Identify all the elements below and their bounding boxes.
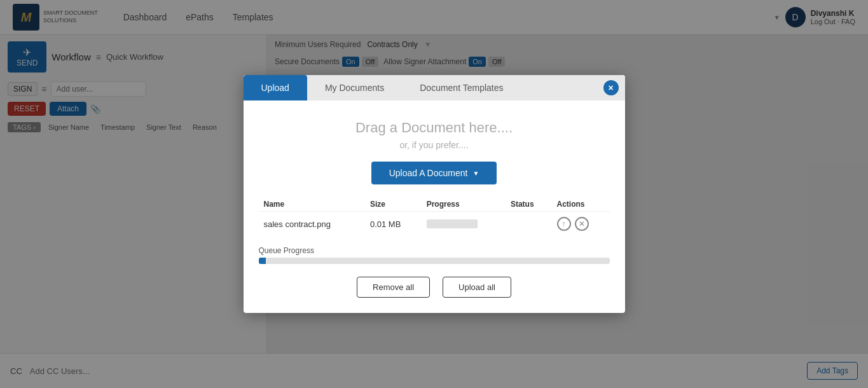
upload-modal: Upload My Documents Document Templates ×… (244, 75, 625, 313)
col-name: Name (259, 197, 365, 212)
col-progress: Progress (422, 197, 506, 212)
upload-btn-wrap: Upload A Document ▼ (259, 162, 610, 184)
modal-close-button[interactable]: × (603, 80, 619, 95)
drag-title: Drag a Document here.... (259, 120, 610, 136)
upload-doc-label: Upload A Document (389, 168, 468, 178)
file-table: Name Size Progress Status Actions sales … (259, 197, 610, 236)
remove-all-button[interactable]: Remove all (357, 277, 430, 298)
modal-footer: Remove all Upload all (259, 274, 610, 298)
action-icons: ↑ ✕ (557, 217, 605, 231)
queue-progress-fill (259, 258, 266, 264)
file-cancel-icon[interactable]: ✕ (575, 217, 589, 231)
upload-dropdown-arrow-icon: ▼ (472, 170, 479, 177)
modal-body: Drag a Document here.... or, if you pref… (244, 100, 625, 313)
upload-all-button[interactable]: Upload all (443, 277, 511, 298)
upload-doc-button[interactable]: Upload A Document ▼ (371, 162, 497, 184)
col-size: Size (365, 197, 422, 212)
file-size: 0.01 MB (365, 212, 422, 237)
queue-progress-bar (259, 258, 610, 264)
file-progress (422, 212, 506, 237)
queue-section: Queue Progress (259, 246, 610, 264)
file-status (506, 212, 552, 237)
tab-upload[interactable]: Upload (244, 75, 307, 100)
tab-document-templates[interactable]: Document Templates (402, 75, 521, 100)
drag-or: or, if you prefer.... (259, 140, 610, 150)
col-actions: Actions (552, 197, 610, 212)
queue-label: Queue Progress (259, 246, 610, 255)
modal-tabs: Upload My Documents Document Templates × (244, 75, 625, 100)
progress-bar-wrap (427, 219, 478, 228)
file-name: sales contract.png (259, 212, 365, 237)
table-row: sales contract.png 0.01 MB ↑ ✕ (259, 212, 610, 237)
tab-my-documents[interactable]: My Documents (307, 75, 402, 100)
file-upload-icon[interactable]: ↑ (557, 217, 571, 231)
col-status: Status (506, 197, 552, 212)
file-actions: ↑ ✕ (552, 212, 610, 237)
drag-area[interactable]: Drag a Document here.... or, if you pref… (259, 113, 610, 162)
